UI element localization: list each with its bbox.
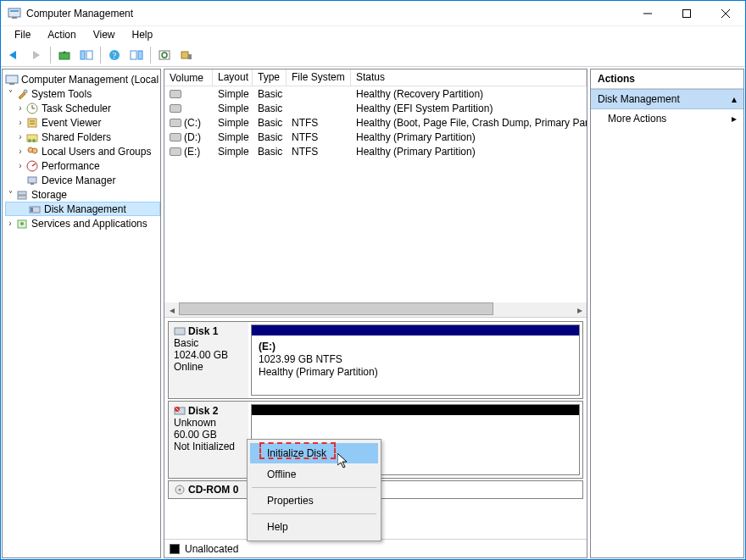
menu-properties[interactable]: Properties bbox=[250, 491, 378, 511]
users-icon bbox=[25, 145, 39, 158]
disk-icon bbox=[174, 326, 186, 336]
submenu-arrow-icon: ▸ bbox=[732, 113, 737, 125]
disk1-partition[interactable]: (E:) 1023.99 GB NTFS Healthy (Primary Pa… bbox=[251, 324, 580, 396]
tree-system-tools[interactable]: ˅ System Tools bbox=[5, 86, 160, 101]
menu-help[interactable]: Help bbox=[124, 27, 162, 42]
show-hide-tree-button[interactable] bbox=[76, 45, 97, 65]
menu-action[interactable]: Action bbox=[39, 27, 84, 42]
svg-rect-27 bbox=[28, 119, 36, 127]
show-hide-action-button[interactable] bbox=[126, 45, 147, 65]
svg-rect-15 bbox=[131, 51, 136, 59]
legend-unallocated: Unallocated bbox=[185, 543, 238, 555]
tree-disk-management[interactable]: Disk Management bbox=[5, 202, 160, 216]
up-button[interactable] bbox=[54, 45, 75, 65]
expand-icon[interactable]: › bbox=[15, 147, 25, 156]
minimize-button[interactable] bbox=[628, 1, 667, 26]
expand-icon[interactable]: › bbox=[15, 118, 25, 127]
menu-initialize-disk[interactable]: Initialize Disk bbox=[250, 443, 378, 463]
volume-icon bbox=[170, 147, 181, 156]
svg-rect-39 bbox=[18, 191, 26, 195]
col-type[interactable]: Type bbox=[253, 69, 287, 86]
tree-root[interactable]: Computer Management (Local bbox=[5, 72, 160, 86]
svg-point-31 bbox=[28, 139, 31, 142]
menu-help[interactable]: Help bbox=[250, 517, 378, 537]
tree-label: Local Users and Groups bbox=[42, 146, 151, 158]
part-status: Healthy (Primary Partition) bbox=[259, 366, 572, 379]
back-button[interactable] bbox=[4, 45, 25, 65]
menu-offline[interactable]: Offline bbox=[250, 464, 378, 485]
tree-shared-folders[interactable]: › Shared Folders bbox=[5, 130, 160, 144]
svg-point-44 bbox=[20, 222, 24, 225]
tree-event-viewer[interactable]: › Event Viewer bbox=[5, 115, 160, 130]
svg-rect-0 bbox=[8, 8, 20, 17]
volume-row[interactable]: (D:) Simple Basic NTFS Healthy (Primary … bbox=[164, 130, 587, 144]
refresh-button[interactable] bbox=[154, 45, 175, 65]
volume-scrollbar[interactable]: ◂ ▸ bbox=[164, 302, 587, 317]
help-button[interactable]: ? bbox=[104, 45, 125, 65]
tree-label: Shared Folders bbox=[42, 131, 111, 143]
svg-marker-7 bbox=[9, 51, 16, 59]
toolbar-separator bbox=[50, 47, 51, 64]
tree-services-apps[interactable]: › Services and Applications bbox=[5, 216, 160, 230]
menu-view[interactable]: View bbox=[85, 27, 124, 42]
disk-mgmt-icon bbox=[28, 202, 42, 216]
tree-device-manager[interactable]: Device Manager bbox=[5, 173, 160, 187]
disk1-size: 1024.00 GB bbox=[174, 349, 243, 361]
expand-icon[interactable]: › bbox=[5, 219, 15, 228]
svg-rect-21 bbox=[6, 75, 18, 83]
vol-name: (C:) bbox=[184, 117, 201, 129]
toolbar-separator bbox=[100, 47, 101, 64]
tree-local-users[interactable]: › Local Users and Groups bbox=[5, 144, 160, 158]
volume-row[interactable]: (C:) Simple Basic NTFS Healthy (Boot, Pa… bbox=[164, 115, 587, 130]
app-icon bbox=[8, 7, 21, 20]
titlebar: Computer Management bbox=[1, 1, 745, 26]
expand-icon[interactable]: › bbox=[15, 103, 25, 113]
disk1-block[interactable]: Disk 1 Basic 1024.00 GB Online (E:) 1023… bbox=[168, 321, 583, 399]
svg-rect-37 bbox=[28, 177, 36, 183]
forward-button[interactable] bbox=[26, 45, 47, 65]
volume-row[interactable]: (E:) Simple Basic NTFS Healthy (Primary … bbox=[164, 144, 587, 158]
menu-separator bbox=[252, 513, 376, 514]
disk-warning-icon bbox=[174, 406, 186, 416]
collapse-icon[interactable]: ˅ bbox=[5, 89, 15, 98]
expand-icon[interactable]: › bbox=[15, 161, 25, 170]
svg-point-32 bbox=[32, 139, 36, 142]
tree-storage[interactable]: ˅ Storage bbox=[5, 187, 160, 202]
clock-icon bbox=[25, 102, 39, 115]
scroll-left-icon[interactable]: ◂ bbox=[164, 302, 179, 317]
maximize-button[interactable] bbox=[667, 1, 706, 26]
col-status[interactable]: Status bbox=[351, 69, 587, 86]
tree-label: Device Manager bbox=[42, 175, 115, 186]
tree-performance[interactable]: › Performance bbox=[5, 158, 160, 173]
settings-button[interactable] bbox=[176, 45, 197, 65]
tree-task-scheduler[interactable]: › Task Scheduler bbox=[5, 101, 160, 115]
svg-rect-40 bbox=[18, 196, 26, 199]
tree-label: Storage bbox=[31, 189, 67, 201]
svg-rect-20 bbox=[188, 54, 192, 59]
svg-marker-8 bbox=[33, 51, 40, 59]
collapse-icon[interactable]: ˅ bbox=[5, 190, 15, 199]
svg-point-23 bbox=[24, 90, 27, 93]
volume-row[interactable]: Simple Basic Healthy (Recovery Partition… bbox=[164, 86, 587, 101]
svg-rect-4 bbox=[683, 9, 691, 17]
context-menu: Initialize Disk Offline Properties Help bbox=[247, 439, 381, 541]
col-layout[interactable]: Layout bbox=[213, 69, 253, 86]
part-size: 1023.99 GB NTFS bbox=[259, 353, 572, 366]
action-more-actions[interactable]: More Actions ▸ bbox=[591, 109, 743, 128]
scroll-right-icon[interactable]: ▸ bbox=[572, 302, 587, 317]
menu-file[interactable]: File bbox=[6, 27, 39, 42]
toolbar: ? bbox=[1, 43, 745, 67]
actions-header: Actions bbox=[591, 69, 743, 89]
vol-layout: Simple bbox=[213, 88, 253, 100]
storage-icon bbox=[15, 188, 29, 202]
expand-icon[interactable]: › bbox=[15, 132, 25, 141]
volume-list-header: Volume Layout Type File System Status bbox=[164, 69, 587, 86]
col-volume[interactable]: Volume bbox=[164, 69, 213, 86]
performance-icon bbox=[25, 159, 39, 173]
volume-row[interactable]: Simple Basic Healthy (EFI System Partiti… bbox=[164, 101, 587, 115]
disk1-type: Basic bbox=[174, 337, 243, 349]
close-button[interactable] bbox=[706, 1, 745, 26]
menubar: File Action View Help bbox=[1, 26, 745, 43]
col-filesystem[interactable]: File System bbox=[287, 69, 351, 86]
action-disk-management[interactable]: Disk Management ▴ bbox=[591, 89, 743, 109]
